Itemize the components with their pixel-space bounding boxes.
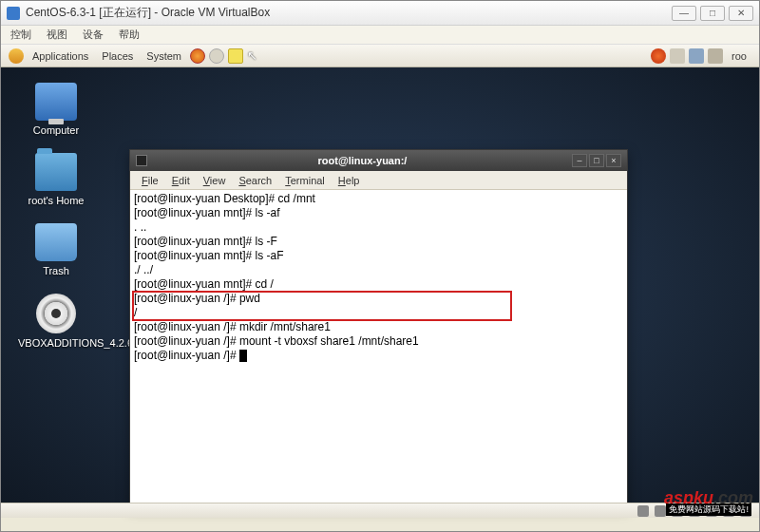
- terminal-menu-edit[interactable]: Edit: [166, 175, 196, 186]
- vbox-statusbar: [1, 503, 759, 518]
- terminal-titlebar[interactable]: root@linux-yuan:/ – □ ×: [130, 150, 627, 171]
- disc-icon: [36, 294, 76, 333]
- desktop-icon-vboxadditions[interactable]: VBOXADDITIONS_4.2.6_82870: [18, 294, 94, 349]
- firefox-icon[interactable]: [190, 48, 205, 64]
- vbox-title: CentOS-6.3-1 [正在运行] - Oracle VM VirtualB…: [26, 5, 672, 21]
- vbox-titlebar: CentOS-6.3-1 [正在运行] - Oracle VM VirtualB…: [1, 1, 759, 26]
- menu-applications[interactable]: Applications: [26, 50, 95, 62]
- vbox-app-icon: [7, 7, 20, 20]
- minimize-button[interactable]: —: [672, 6, 696, 21]
- terminal-window-controls: – □ ×: [572, 154, 621, 167]
- computer-icon: [35, 83, 77, 121]
- desktop-icon-label: Trash: [18, 265, 94, 276]
- terminal-menu-help[interactable]: Help: [332, 175, 366, 186]
- vbox-window-controls: — □ ✕: [672, 6, 753, 21]
- terminal-menu-search[interactable]: Search: [233, 175, 277, 186]
- desktop-icon-label: VBOXADDITIONS_4.2.6_82870: [18, 337, 94, 349]
- status-hdd-icon[interactable]: [637, 505, 649, 517]
- desktop-icon-trash[interactable]: Trash: [18, 223, 94, 276]
- terminal-window: root@linux-yuan:/ – □ × File Edit View S…: [129, 149, 628, 506]
- vbox-menu-devices[interactable]: 设备: [83, 28, 104, 42]
- terminal-menu-terminal[interactable]: Terminal: [279, 175, 331, 186]
- volume-icon[interactable]: [670, 48, 685, 64]
- watermark-subtitle: 免费网站源码下载站!: [666, 504, 751, 516]
- virtualbox-window: CentOS-6.3-1 [正在运行] - Oracle VM VirtualB…: [0, 0, 760, 532]
- desktop-icon-label: Computer: [18, 124, 94, 136]
- terminal-menubar: File Edit View Search Terminal Help: [130, 171, 627, 190]
- vbox-menu-control[interactable]: 控制: [10, 28, 31, 42]
- terminal-maximize-button[interactable]: □: [589, 154, 604, 167]
- desktop-icon-grid: Computer root's Home Trash VBOXADDITIONS…: [18, 83, 94, 349]
- vbox-menubar: 控制 视图 设备 帮助: [1, 26, 759, 45]
- network-icon[interactable]: [689, 48, 704, 64]
- vbox-menu-view[interactable]: 视图: [47, 28, 67, 42]
- gnome-foot-icon: [9, 48, 24, 64]
- notes-icon[interactable]: [228, 48, 243, 64]
- desktop-icon-label: root's Home: [18, 195, 94, 206]
- terminal-menu-file[interactable]: File: [136, 175, 164, 186]
- desktop-icon-home[interactable]: root's Home: [18, 153, 94, 206]
- guest-desktop: Applications Places System ↖ roo Compute…: [1, 45, 759, 518]
- terminal-close-button[interactable]: ×: [606, 154, 621, 167]
- menu-system[interactable]: System: [140, 50, 188, 62]
- alert-icon[interactable]: [651, 48, 666, 64]
- gnome-panel: Applications Places System ↖ roo: [1, 45, 759, 67]
- user-indicator[interactable]: roo: [725, 50, 753, 62]
- terminal-icon: [136, 155, 147, 166]
- tray-icon[interactable]: [708, 48, 723, 64]
- folder-icon: [35, 153, 77, 191]
- cursor-icon: ↖: [247, 48, 257, 63]
- close-button[interactable]: ✕: [729, 6, 753, 21]
- vbox-menu-help[interactable]: 帮助: [119, 28, 140, 42]
- terminal-title: root@linux-yuan:/: [153, 155, 572, 166]
- terminal-minimize-button[interactable]: –: [572, 154, 587, 167]
- desktop-icon-computer[interactable]: Computer: [18, 83, 94, 136]
- menu-places[interactable]: Places: [95, 50, 140, 62]
- maximize-button[interactable]: □: [700, 6, 725, 21]
- terminal-body[interactable]: [root@linux-yuan Desktop]# cd /mnt [root…: [130, 190, 627, 505]
- home-icon[interactable]: [209, 48, 224, 64]
- terminal-menu-view[interactable]: View: [198, 175, 232, 186]
- trash-icon: [35, 223, 77, 261]
